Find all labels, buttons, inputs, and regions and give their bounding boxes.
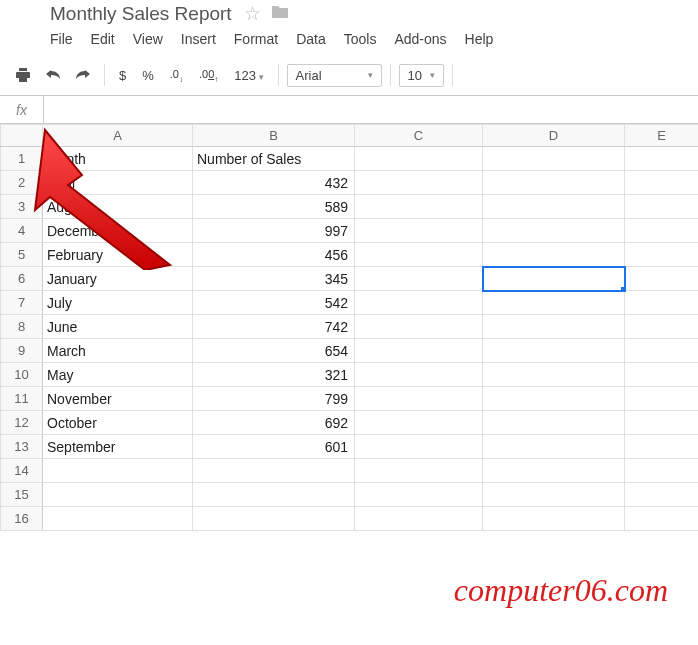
cell[interactable]: 742 xyxy=(193,315,355,339)
menu-view[interactable]: View xyxy=(133,31,163,47)
cell[interactable] xyxy=(483,459,625,483)
cell[interactable]: November xyxy=(43,387,193,411)
row-header[interactable]: 3 xyxy=(1,195,43,219)
cell[interactable] xyxy=(355,291,483,315)
row-header[interactable]: 14 xyxy=(1,459,43,483)
cell[interactable]: December xyxy=(43,219,193,243)
row-header[interactable]: 7 xyxy=(1,291,43,315)
cell[interactable] xyxy=(483,147,625,171)
row-header[interactable]: 5 xyxy=(1,243,43,267)
cell[interactable] xyxy=(625,243,699,267)
cell[interactable]: February xyxy=(43,243,193,267)
menu-edit[interactable]: Edit xyxy=(91,31,115,47)
cell[interactable] xyxy=(355,171,483,195)
cell[interactable] xyxy=(43,459,193,483)
cell[interactable] xyxy=(483,363,625,387)
cell[interactable] xyxy=(625,291,699,315)
cell[interactable] xyxy=(355,147,483,171)
cell[interactable] xyxy=(483,195,625,219)
cell[interactable] xyxy=(625,411,699,435)
cell[interactable] xyxy=(355,315,483,339)
cell[interactable] xyxy=(355,267,483,291)
column-header-e[interactable]: E xyxy=(625,125,699,147)
cell[interactable] xyxy=(483,171,625,195)
cell[interactable] xyxy=(43,507,193,531)
cell[interactable]: 456 xyxy=(193,243,355,267)
cell[interactable] xyxy=(483,291,625,315)
cell[interactable]: 321 xyxy=(193,363,355,387)
cell[interactable] xyxy=(483,483,625,507)
cell[interactable] xyxy=(625,171,699,195)
cell[interactable]: 589 xyxy=(193,195,355,219)
cell[interactable] xyxy=(355,339,483,363)
more-formats-button[interactable]: 123 ▾ xyxy=(228,68,269,83)
font-family-dropdown[interactable]: Arial▾ xyxy=(287,64,382,87)
cell[interactable] xyxy=(355,243,483,267)
undo-icon[interactable] xyxy=(40,63,66,87)
row-header[interactable]: 2 xyxy=(1,171,43,195)
cell[interactable] xyxy=(483,243,625,267)
row-header[interactable]: 12 xyxy=(1,411,43,435)
cell[interactable]: 997 xyxy=(193,219,355,243)
cell[interactable]: March xyxy=(43,339,193,363)
cell[interactable] xyxy=(625,219,699,243)
cell[interactable]: 601 xyxy=(193,435,355,459)
cell[interactable] xyxy=(625,339,699,363)
menu-data[interactable]: Data xyxy=(296,31,326,47)
column-header-c[interactable]: C xyxy=(355,125,483,147)
redo-icon[interactable] xyxy=(70,63,96,87)
cell[interactable] xyxy=(355,411,483,435)
cell[interactable] xyxy=(355,195,483,219)
row-header[interactable]: 13 xyxy=(1,435,43,459)
row-header[interactable]: 11 xyxy=(1,387,43,411)
cell[interactable] xyxy=(625,315,699,339)
cell[interactable] xyxy=(625,387,699,411)
cell[interactable]: 542 xyxy=(193,291,355,315)
row-header[interactable]: 16 xyxy=(1,507,43,531)
font-size-dropdown[interactable]: 10▾ xyxy=(399,64,444,87)
cell-a1[interactable]: Month xyxy=(43,147,193,171)
cell[interactable] xyxy=(355,459,483,483)
menu-addons[interactable]: Add-ons xyxy=(394,31,446,47)
selected-cell[interactable] xyxy=(483,267,625,291)
cell[interactable] xyxy=(483,315,625,339)
cell[interactable] xyxy=(483,219,625,243)
cell[interactable] xyxy=(355,507,483,531)
cell[interactable] xyxy=(625,363,699,387)
cell[interactable] xyxy=(193,459,355,483)
cell-b1[interactable]: Number of Sales xyxy=(193,147,355,171)
cell[interactable]: April xyxy=(43,171,193,195)
cell[interactable] xyxy=(625,195,699,219)
cell[interactable] xyxy=(483,507,625,531)
cell[interactable] xyxy=(483,411,625,435)
cell[interactable]: 654 xyxy=(193,339,355,363)
format-as-percent-button[interactable]: % xyxy=(136,68,160,83)
cell[interactable] xyxy=(355,219,483,243)
star-icon[interactable]: ☆ xyxy=(244,2,261,25)
cell[interactable] xyxy=(625,507,699,531)
cell[interactable] xyxy=(625,435,699,459)
folder-icon[interactable] xyxy=(271,2,289,25)
menu-format[interactable]: Format xyxy=(234,31,278,47)
row-header[interactable]: 9 xyxy=(1,339,43,363)
cell[interactable] xyxy=(355,363,483,387)
row-header[interactable]: 8 xyxy=(1,315,43,339)
cell[interactable]: 432 xyxy=(193,171,355,195)
print-icon[interactable] xyxy=(10,63,36,87)
cell[interactable]: September xyxy=(43,435,193,459)
select-all-corner[interactable] xyxy=(1,125,43,147)
cell[interactable] xyxy=(355,387,483,411)
menu-tools[interactable]: Tools xyxy=(344,31,377,47)
cell[interactable] xyxy=(483,339,625,363)
increase-decimal-button[interactable]: .00↑ xyxy=(193,66,224,84)
cell[interactable]: 799 xyxy=(193,387,355,411)
cell[interactable] xyxy=(625,147,699,171)
column-header-b[interactable]: B xyxy=(193,125,355,147)
cell[interactable]: January xyxy=(43,267,193,291)
cell[interactable]: 345 xyxy=(193,267,355,291)
cell[interactable]: May xyxy=(43,363,193,387)
cell[interactable] xyxy=(355,483,483,507)
formula-input[interactable] xyxy=(44,96,698,123)
cell[interactable] xyxy=(625,459,699,483)
cell[interactable] xyxy=(43,483,193,507)
